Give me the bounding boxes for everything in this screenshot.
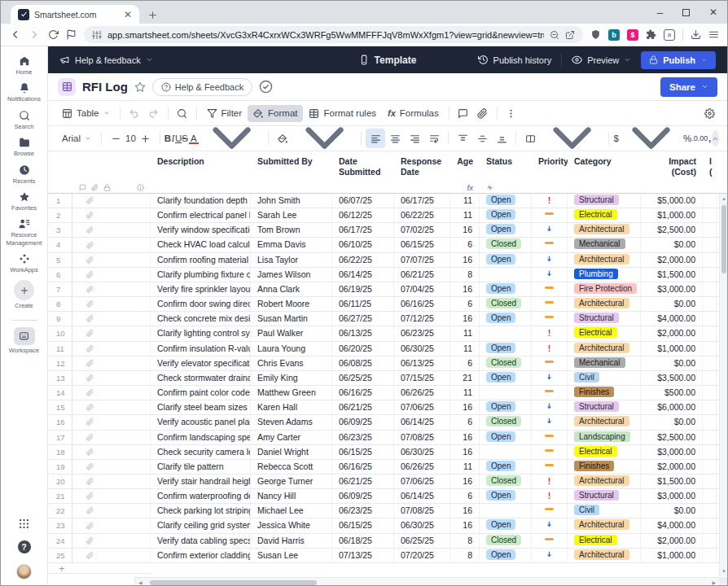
cell-status[interactable]: Open [480, 489, 532, 503]
cell-by[interactable]: Emma Davis [251, 238, 332, 251]
cell-att[interactable] [72, 445, 151, 459]
redo-button[interactable] [144, 103, 164, 123]
cell-age[interactable]: 16 [450, 474, 480, 488]
more-options-button[interactable] [502, 103, 521, 123]
row-number[interactable]: 7 [48, 282, 72, 296]
row-number[interactable]: 17 [48, 431, 72, 444]
cell-ds[interactable]: 06/11/25 [332, 297, 394, 311]
shield-icon[interactable] [590, 29, 601, 40]
valign-bottom-button[interactable] [492, 129, 511, 148]
cell-ds[interactable]: 06/25/25 [332, 371, 394, 385]
sidebar-item-workapps[interactable]: WorkApps [2, 253, 47, 273]
cell-last[interactable] [703, 415, 717, 429]
cell-by[interactable]: Jessica White [251, 518, 332, 532]
sidebar-item-home[interactable]: Home [2, 55, 47, 76]
cell-att[interactable] [72, 268, 151, 282]
cell-cat[interactable]: Architectural [568, 518, 641, 532]
view-switcher-table[interactable]: Table [56, 105, 116, 122]
horizontal-scrollbar[interactable]: ◀ ▶ [134, 577, 719, 586]
cell-status[interactable] [480, 445, 532, 459]
cell-ds[interactable]: 06/19/25 [332, 282, 394, 296]
cell-age[interactable]: 16 [450, 504, 480, 518]
cell-cat[interactable]: Structural [568, 400, 641, 414]
lock-icon[interactable] [103, 184, 111, 191]
row-number[interactable]: 16 [48, 415, 72, 429]
cell-prio[interactable] [532, 445, 568, 459]
cell-cost[interactable]: $1,500.00 [641, 474, 703, 488]
vertical-scrollbar[interactable]: ▲ ▼ [719, 194, 727, 576]
cell-prio[interactable] [532, 312, 568, 326]
cell-cost[interactable]: $3,000.00 [641, 282, 703, 296]
row-number[interactable]: 3 [48, 223, 72, 237]
decrease-decimals-button[interactable]: .0 [691, 134, 698, 142]
help-feedback-menu[interactable]: Help & feedback [59, 55, 153, 65]
valign-middle-button[interactable] [472, 129, 492, 148]
cell-cat[interactable]: Structural [568, 312, 641, 326]
cell-rd[interactable]: 07/12/25 [394, 312, 450, 326]
cell-cost[interactable]: $0.00 [641, 356, 703, 370]
cell-rd[interactable]: 06/14/25 [394, 489, 450, 503]
cell-age[interactable]: 11 [450, 386, 480, 400]
cell-by[interactable]: John Smith [251, 194, 332, 208]
comments-button[interactable] [454, 103, 473, 123]
menu-icon[interactable] [708, 29, 719, 40]
cell-att[interactable] [72, 489, 151, 503]
cell-age[interactable]: 6 [450, 415, 480, 429]
cell-cat[interactable]: Structural [568, 489, 641, 503]
site-settings-icon[interactable] [92, 30, 102, 40]
cell-cost[interactable]: $3,500.00 [641, 371, 703, 385]
cell-age[interactable]: 6 [450, 356, 480, 370]
cell-att[interactable] [72, 208, 151, 222]
column-header[interactable]: Age [450, 156, 480, 167]
cell-rd[interactable]: 07/06/25 [394, 474, 450, 488]
cell-last[interactable] [703, 386, 717, 400]
cell-last[interactable] [703, 326, 717, 340]
cell-desc[interactable]: Clarify foundation depth [151, 194, 251, 208]
cell-cat[interactable]: Electrical [568, 534, 641, 548]
cell-last[interactable] [703, 518, 717, 532]
cell-status[interactable]: Closed [480, 238, 532, 251]
cell-att[interactable] [72, 400, 151, 414]
cell-cost[interactable]: $2,500.00 [641, 431, 703, 444]
cell-att[interactable] [72, 460, 151, 474]
horizontal-scroll-thumb[interactable] [150, 580, 317, 585]
row-number[interactable]: 14 [48, 386, 72, 400]
cell-desc[interactable]: Verify fire sprinkler layout [151, 282, 251, 296]
new-tab-button[interactable] [147, 10, 158, 20]
cell-att[interactable] [72, 342, 151, 356]
column-header[interactable]: Category [568, 156, 641, 167]
cell-rd[interactable]: 07/02/25 [394, 223, 450, 237]
cell-cost[interactable]: $3,000.00 [641, 489, 703, 503]
help-button[interactable]: ? [18, 540, 31, 553]
cell-cost[interactable]: $4,000.00 [641, 518, 703, 532]
underline-button[interactable]: U [175, 133, 182, 143]
cell-ds[interactable]: 06/27/25 [332, 312, 394, 326]
cell-cat[interactable]: Plumbing [568, 268, 641, 282]
cell-rd[interactable]: 06/26/25 [394, 386, 450, 400]
maximize-button[interactable] [682, 9, 690, 16]
cell-ds[interactable]: 06/15/25 [332, 445, 394, 459]
cell-desc[interactable]: Verify elevator specifications [151, 356, 251, 370]
reader-box-icon[interactable]: a [664, 29, 675, 41]
cell-rd[interactable]: 06/16/25 [394, 297, 450, 311]
cell-by[interactable]: Rebecca Scott [251, 460, 332, 474]
cell-status[interactable] [480, 326, 532, 340]
cell-prio[interactable] [532, 518, 568, 532]
cell-cat[interactable]: Architectural [568, 342, 641, 356]
cell-cost[interactable]: $1,000.00 [641, 342, 703, 356]
collapse-toolbar-button[interactable] [712, 130, 719, 146]
cell-status[interactable]: Open [480, 371, 532, 385]
cell-last[interactable] [703, 194, 717, 208]
valign-top-button[interactable] [453, 129, 472, 148]
row-number[interactable]: 2 [48, 208, 72, 222]
cell-desc[interactable]: Clarify plumbing fixture coun [151, 268, 251, 282]
cell-ds[interactable]: 06/17/25 [332, 223, 394, 237]
cell-rd[interactable]: 07/20/25 [394, 549, 450, 562]
cell-ds[interactable]: 06/09/25 [332, 489, 394, 503]
cell-age[interactable]: 16 [450, 431, 480, 444]
cell-cost[interactable]: $2,500.00 [641, 223, 703, 237]
cell-last[interactable] [703, 549, 717, 562]
cell-status[interactable] [480, 504, 532, 518]
cell-age[interactable]: 11 [450, 460, 480, 474]
sidebar-item-create[interactable]: Create [2, 280, 47, 309]
